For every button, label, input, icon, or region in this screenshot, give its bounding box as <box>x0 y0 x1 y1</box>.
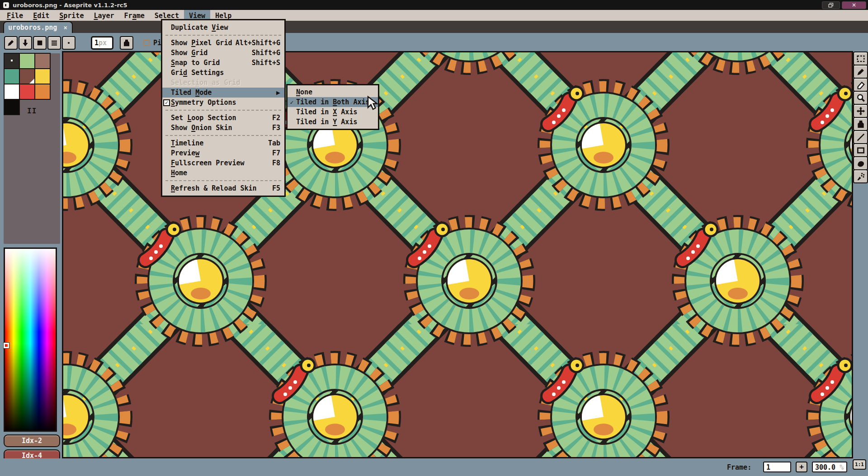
palette-swatches <box>4 53 50 115</box>
menu-item-preview[interactable]: PreviewF7 <box>162 148 284 158</box>
brush-size-unit: px <box>99 39 107 47</box>
menu-separator <box>165 110 281 111</box>
ink-button[interactable] <box>120 36 133 50</box>
pencil-icon <box>7 39 15 47</box>
menu-shortcut: Shift+S <box>252 59 284 67</box>
menu-item-tiled-in-x-axis[interactable]: Tiled in X Axis <box>288 107 378 117</box>
close-window-button[interactable]: × <box>842 1 866 9</box>
menu-item-symmetry-options[interactable]: ✓Symmetry Options <box>162 98 284 107</box>
palette-row <box>4 84 50 99</box>
palette-swatch[interactable] <box>4 99 20 115</box>
move-tool[interactable] <box>853 104 868 118</box>
spray-icon <box>856 172 865 181</box>
menu-item-label: Preview <box>171 149 199 157</box>
palette-swatch[interactable] <box>4 84 20 100</box>
tool-bar <box>853 52 868 183</box>
menu-item-label: Grid Settings <box>171 69 224 77</box>
menu-item-tiled-in-both-axis[interactable]: ✓Tiled in Both Axis <box>288 97 378 107</box>
menu-item-home[interactable]: Home <box>162 168 284 178</box>
foreground-marker-icon <box>11 60 13 61</box>
tab-close-icon[interactable]: × <box>63 24 67 31</box>
ink-tool[interactable] <box>853 117 868 131</box>
spray-tool[interactable] <box>853 169 868 183</box>
menubar-item-file[interactable]: File <box>2 10 28 21</box>
menu-item-timeline[interactable]: TimelineTab <box>162 138 284 148</box>
pencil-icon <box>856 67 865 76</box>
menu-item-set-loop-section[interactable]: Set Loop SectionF2 <box>162 113 284 123</box>
menu-shortcut: Tab <box>268 139 284 147</box>
menubar-item-sprite[interactable]: Sprite <box>54 10 89 21</box>
palette-swatch[interactable] <box>4 53 20 69</box>
zoom-level-field[interactable]: 300.0 % <box>812 462 847 472</box>
actual-size-button[interactable]: 1:1 <box>853 459 866 470</box>
next-frame-button[interactable]: + <box>796 462 807 472</box>
foreground-color-button[interactable]: Idx-2 <box>4 434 60 447</box>
menu-item-label: Tiled in X Axis <box>296 108 357 116</box>
palette-swatch[interactable] <box>34 84 51 100</box>
eraser-icon <box>856 80 865 89</box>
menu-item-none[interactable]: None <box>288 87 378 97</box>
marquee-icon <box>856 54 865 63</box>
menu-item-label: Home <box>171 169 187 177</box>
zoom-value: 300.0 <box>815 463 835 471</box>
restore-window-button[interactable] <box>822 1 840 9</box>
line-icon <box>856 133 865 142</box>
palette-row <box>4 69 50 84</box>
menu-item-label: Tiled in Y Axis <box>296 118 357 126</box>
zoom-icon <box>856 93 865 103</box>
color-spectrum[interactable] <box>4 247 57 432</box>
menu-item-tiled-in-y-axis[interactable]: Tiled in Y Axis <box>288 117 378 127</box>
zoom-tool[interactable] <box>853 91 868 105</box>
palette-swatch[interactable] <box>19 68 35 84</box>
menubar-item-frame[interactable]: Frame <box>119 10 150 21</box>
menu-item-grid-settings[interactable]: Grid Settings <box>162 68 284 78</box>
square-brush-icon <box>36 39 44 47</box>
menu-shortcut: F2 <box>272 114 284 122</box>
dot-button[interactable] <box>62 36 75 50</box>
brush-option-buttons <box>4 36 76 50</box>
menu-item-tiled-mode[interactable]: Tiled Mode▶ <box>162 88 284 98</box>
menu-shortcut: Alt+Shift+G <box>236 39 284 47</box>
spectrum-marker[interactable] <box>4 343 9 348</box>
frame-input[interactable]: 1 <box>763 462 791 472</box>
menu-shortcut: F8 <box>272 159 284 167</box>
palette-pause-mark: II <box>27 107 37 115</box>
menubar-item-edit[interactable]: Edit <box>28 10 54 21</box>
menu-item-label: Show Grid <box>171 49 208 57</box>
pencil-button[interactable] <box>4 36 18 50</box>
contour-icon <box>856 159 865 168</box>
menu-item-show-onion-skin[interactable]: Show Onion SkinF3 <box>162 123 284 133</box>
line-tool[interactable] <box>853 130 868 144</box>
palette-swatch[interactable] <box>19 53 35 69</box>
menu-item-duplicate-view[interactable]: Duplicate View <box>162 23 284 33</box>
palette-swatch[interactable] <box>19 84 35 100</box>
menubar-item-layer[interactable]: Layer <box>89 10 119 21</box>
palette-swatch[interactable] <box>34 68 51 84</box>
tab-uroboros[interactable]: uroboros.png × <box>3 21 73 33</box>
menu-item-snap-to-grid[interactable]: Snap to GridShift+S <box>162 58 284 68</box>
palette-swatch[interactable] <box>4 68 20 84</box>
arrow-down-button[interactable] <box>19 36 32 50</box>
mouse-cursor <box>366 96 380 111</box>
contour-tool[interactable] <box>853 156 868 170</box>
rectangle-tool[interactable] <box>853 143 868 157</box>
menu-item-refresh-reload-skin[interactable]: Refresh & Reload SkinF5 <box>162 183 284 193</box>
checkmark-icon: ✓ <box>288 99 296 106</box>
window-title: uroboros.png - Aseprite v1.1.2-rc5 <box>13 2 127 9</box>
square-brush-button[interactable] <box>33 36 47 50</box>
brush-size-input[interactable]: 1 px <box>91 36 113 50</box>
menu-item-show-pixel-grid[interactable]: Show Pixel GridAlt+Shift+G <box>162 38 284 48</box>
palette-swatch[interactable] <box>34 53 51 69</box>
marquee-tool[interactable] <box>853 51 868 65</box>
eraser-tool[interactable] <box>853 78 868 92</box>
title-bar: uroboros.png - Aseprite v1.1.2-rc5 × <box>0 0 868 10</box>
menu-item-show-grid[interactable]: Show GridShift+G <box>162 48 284 58</box>
lines-button[interactable] <box>47 36 61 50</box>
menu-item-label: Snap to Grid <box>171 59 220 67</box>
tiled-mode-submenu: None✓Tiled in Both AxisTiled in X AxisTi… <box>286 84 379 130</box>
menu-item-label: Duplicate View <box>171 23 228 32</box>
pencil-tool[interactable] <box>853 65 868 79</box>
menu-item-fullscreen-preview[interactable]: Fullscreen PreviewF8 <box>162 158 284 168</box>
menu-item-label: Sprite <box>59 12 84 20</box>
pixel-perfect-checkbox[interactable] <box>143 40 150 46</box>
